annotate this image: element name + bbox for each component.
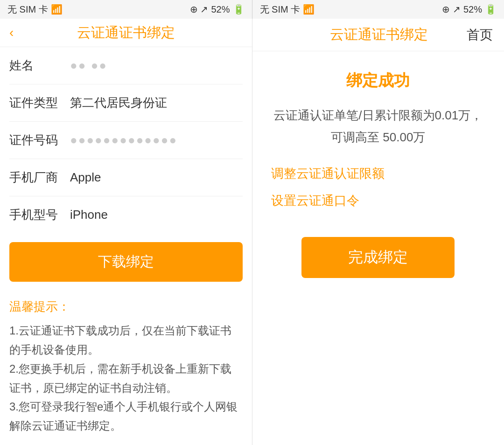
label-id-type: 证件类型 (9, 95, 70, 111)
status-bar-left: 无 SIM 卡 📶 ⊕ ↗ 52% 🔋 (0, 0, 252, 19)
adjust-limit-link[interactable]: 调整云证通认证限额 (271, 165, 385, 182)
label-name: 姓名 (9, 57, 70, 74)
complete-bind-button[interactable]: 完成绑定 (301, 237, 455, 278)
status-time-right: ⊕ ↗ 52% 🔋 (442, 4, 497, 15)
tip-1: 1.云证通证书下载成功后，仅在当前下载证书的手机设备使用。 (9, 324, 231, 356)
left-header-title: 云证通证书绑定 (0, 23, 252, 42)
form-row-name: 姓名 ●● ●● (9, 47, 243, 84)
carrier-left: 无 SIM 卡 (7, 3, 48, 16)
value-id-number: ●●●●●●●●●●●●● (70, 133, 177, 147)
battery-percent-right: 52% (463, 4, 482, 15)
tip-2: 2.您更换手机后，需在新手机设备上重新下载证书，原已绑定的证书自动注销。 (9, 362, 231, 394)
location-icon-left: ⊕ ↗ (190, 4, 209, 15)
status-right-carrier: 无 SIM 卡 📶 (260, 3, 315, 16)
status-time-left: ⊕ ↗ 52% 🔋 (190, 4, 245, 15)
back-button[interactable]: ‹ (9, 25, 14, 40)
tips-section: 温馨提示： 1.云证通证书下载成功后，仅在当前下载证书的手机设备使用。 2.您更… (0, 291, 252, 445)
label-phone-brand: 手机厂商 (9, 169, 70, 186)
left-header: ‹ 云证通证书绑定 (0, 19, 252, 47)
battery-icon-right: 🔋 (485, 4, 497, 15)
location-icon-right: ⊕ ↗ (442, 4, 461, 15)
set-password-link[interactable]: 设置云证通口令 (271, 192, 359, 209)
download-bind-button[interactable]: 下载绑定 (9, 242, 243, 282)
battery-icon-left: 🔋 (233, 4, 245, 15)
success-title: 绑定成功 (346, 70, 410, 91)
tips-text: 1.云证通证书下载成功后，仅在当前下载证书的手机设备使用。 2.您更换手机后，需… (9, 321, 243, 436)
form-row-id-type: 证件类型 第二代居民身份证 (9, 84, 243, 122)
value-name: ●● ●● (70, 58, 107, 73)
value-phone-model: iPhone (70, 208, 243, 222)
right-panel: 云证通证书绑定 首页 绑定成功 云证通认证单笔/日累计限额为0.01万，可调高至… (252, 19, 504, 445)
home-button[interactable]: 首页 (467, 26, 493, 44)
value-id-type: 第二代居民身份证 (70, 95, 243, 111)
battery-percent-left: 52% (211, 4, 230, 15)
status-left-icons: 无 SIM 卡 📶 (7, 3, 63, 16)
form-row-phone-model: 手机型号 iPhone (9, 196, 243, 228)
wifi-icon-left: 📶 (51, 4, 63, 15)
left-panel: ‹ 云证通证书绑定 姓名 ●● ●● 证件类型 第二代居民身份证 证件号码 ●●… (0, 19, 252, 445)
value-phone-brand: Apple (70, 170, 243, 185)
wifi-icon-right: 📶 (303, 4, 315, 15)
status-bar-right: 无 SIM 卡 📶 ⊕ ↗ 52% 🔋 (252, 0, 504, 19)
success-description: 云证通认证单笔/日累计限额为0.01万，可调高至 50.00万 (271, 104, 486, 148)
tips-title: 温馨提示： (9, 299, 243, 315)
right-header: 云证通证书绑定 首页 (252, 19, 504, 51)
right-header-title: 云证通证书绑定 (292, 25, 467, 44)
label-phone-model: 手机型号 (9, 207, 70, 223)
form-row-id-number: 证件号码 ●●●●●●●●●●●●● (9, 122, 243, 159)
form-body: 姓名 ●● ●● 证件类型 第二代居民身份证 证件号码 ●●●●●●●●●●●●… (0, 47, 252, 228)
right-body: 绑定成功 云证通认证单笔/日累计限额为0.01万，可调高至 50.00万 调整云… (252, 51, 504, 445)
main-split: ‹ 云证通证书绑定 姓名 ●● ●● 证件类型 第二代居民身份证 证件号码 ●●… (0, 19, 504, 445)
download-btn-wrap: 下载绑定 (0, 228, 252, 291)
form-row-phone-brand: 手机厂商 Apple (9, 159, 243, 196)
tip-3: 3.您可登录我行智e通个人手机银行或个人网银解除云证通证书绑定。 (9, 400, 238, 432)
carrier-right: 无 SIM 卡 (260, 3, 301, 16)
label-id-number: 证件号码 (9, 132, 70, 148)
status-bar: 无 SIM 卡 📶 ⊕ ↗ 52% 🔋 无 SIM 卡 📶 ⊕ ↗ 52% 🔋 (0, 0, 504, 19)
